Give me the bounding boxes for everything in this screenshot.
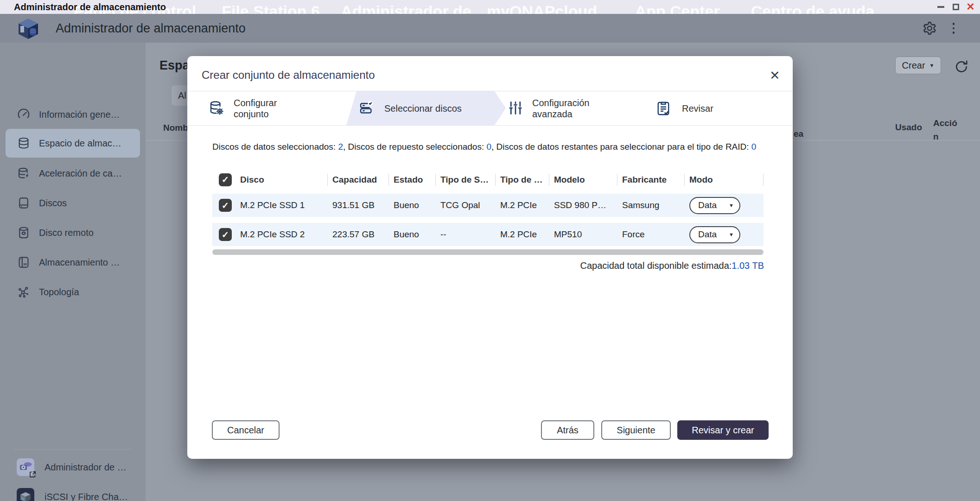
row-checkbox[interactable]: ✓ (219, 199, 232, 212)
column-header-modelo: Modelo (549, 171, 617, 189)
cell-fabricante: Force (617, 229, 685, 240)
row-checkbox[interactable]: ✓ (219, 228, 232, 241)
sidebar-item-disco-remoto[interactable]: Disco remoto (6, 218, 140, 247)
cell-capacidad: 223.57 GB (328, 229, 389, 240)
cell-fabricante: Samsung (617, 200, 685, 210)
disk-row: ✓ M.2 PCIe SSD 2 223.57 GB Bueno -- M.2 … (212, 223, 764, 246)
external-link-icon (29, 471, 36, 478)
column-header-partial: ea (794, 129, 803, 139)
background-window-title: myQNAPcloud (487, 2, 597, 14)
sidebar-item-almacenamiento-externo[interactable]: Almacenamiento … (6, 248, 140, 277)
sidebar: Información gene… Espacio de almac… Acel… (0, 43, 146, 501)
maximize-icon[interactable] (951, 2, 961, 12)
background-window-title: App Center (635, 2, 719, 14)
mode-dropdown-value: Data (698, 200, 717, 210)
sidebar-item-aceleracion-cache[interactable]: Aceleración de ca… (6, 159, 140, 188)
step-label: Seleccionar discos (384, 103, 486, 114)
mode-dropdown-value: Data (698, 229, 717, 240)
background-window-title: Administrador de (341, 2, 471, 14)
cell-capacidad: 931.51 GB (328, 200, 389, 210)
sidebar-item-label: Disco remoto (39, 228, 94, 238)
cell-estado: Bueno (389, 200, 436, 210)
sidebar-item-espacio-almacenamiento[interactable]: Espacio de almac… (6, 129, 140, 158)
next-button[interactable]: Siguiente (601, 420, 671, 440)
kebab-menu-icon[interactable] (950, 21, 957, 36)
step-revisar[interactable]: Revisar (652, 91, 793, 125)
storage-manager-app-icon (17, 17, 40, 40)
sidebar-divider (14, 449, 132, 450)
cell-tipo: M.2 PCIe (496, 229, 549, 240)
sidebar-item-label: Espacio de almac… (39, 138, 121, 149)
snapshot-app-icon (17, 458, 34, 476)
step-label: Configurar conjunto (234, 97, 299, 120)
column-header-nombre: Nomb (163, 123, 188, 133)
topology-icon (17, 285, 31, 299)
column-header-accion: Acción (933, 116, 960, 143)
minimize-icon[interactable] (936, 2, 946, 12)
cache-acceleration-icon (17, 166, 31, 180)
disk-table: ✓ Disco Capacidad Estado Tipo de S… Tipo… (212, 171, 764, 255)
disk-table-header: ✓ Disco Capacidad Estado Tipo de S… Tipo… (212, 171, 764, 189)
cell-disco: M.2 PCIe SSD 2 (237, 229, 328, 240)
select-disks-icon (358, 100, 375, 116)
capacity-label: Capacidad total disponible estimada: (580, 260, 732, 271)
selection-summary: Discos de datos seleccionados: 2, Discos… (212, 140, 759, 154)
desktop-bar: Panel de control File Station 6 Administ… (0, 0, 980, 14)
caret-down-icon: ▼ (929, 63, 935, 68)
step-label: Revisar (682, 103, 738, 114)
column-header-disco: Disco (237, 171, 328, 189)
step-configuracion-avanzada[interactable]: Configuración avanzada (506, 91, 652, 125)
cell-modelo: MP510 (549, 229, 617, 240)
iscsi-app-icon (17, 488, 34, 501)
column-header-estado: Estado (389, 171, 436, 189)
cell-estado: Bueno (389, 229, 436, 240)
estimated-capacity: Capacidad total disponible estimada:1.03… (212, 260, 764, 271)
selected-spare-disks-count: 0 (486, 142, 491, 152)
review-and-create-button[interactable]: Revisar y crear (677, 420, 769, 440)
page-title: Espa (159, 58, 190, 73)
dialog-close-icon[interactable]: ✕ (768, 66, 782, 85)
dialog-title: Crear conjunto de almacenamiento (202, 69, 375, 82)
column-header-tipo-sed: Tipo de S… (436, 171, 496, 189)
close-window-icon[interactable]: ✕ (966, 2, 975, 12)
create-button-label: Crear (902, 60, 925, 71)
back-button[interactable]: Atrás (541, 420, 594, 440)
cell-tipo-sed: TCG Opal (436, 200, 496, 210)
cell-tipo-sed: -- (436, 229, 496, 240)
column-header-fabricante: Fabricante (617, 171, 685, 189)
column-header-capacidad: Capacidad (328, 171, 389, 189)
step-configurar-conjunto[interactable]: Configurar conjunto (187, 91, 346, 125)
create-button[interactable]: Crear ▼ (895, 57, 941, 74)
mode-dropdown[interactable]: Data ▼ (689, 226, 740, 243)
window-controls: ✕ (936, 1, 975, 13)
caret-down-icon: ▼ (729, 232, 734, 237)
sidebar-app-iscsi-fibre-channel[interactable]: iSCSI y Fibre Cha… (6, 484, 140, 501)
column-header-usado: Usado (895, 122, 922, 133)
caret-down-icon: ▼ (729, 203, 734, 208)
cell-modelo: SSD 980 P… (549, 200, 617, 210)
column-header-tipo: Tipo de … (496, 171, 549, 189)
remote-disk-icon (17, 226, 31, 240)
horizontal-scrollbar[interactable] (212, 249, 764, 255)
divider (187, 125, 793, 126)
cancel-button[interactable]: Cancelar (212, 420, 280, 440)
column-header-modo: Modo (685, 171, 764, 189)
sidebar-app-label: iSCSI y Fibre Cha… (45, 492, 128, 501)
sidebar-item-topologia[interactable]: Topología (6, 278, 140, 306)
sidebar-item-discos[interactable]: Discos (6, 189, 140, 217)
sidebar-item-label: Información gene… (39, 109, 120, 120)
sidebar-app-administrador-snapshots[interactable]: Administrador de … (6, 454, 140, 480)
sidebar-item-label: Aceleración de ca… (39, 168, 122, 179)
sidebar-item-label: Discos (39, 198, 67, 209)
gear-icon[interactable] (921, 20, 937, 37)
select-all-checkbox[interactable]: ✓ (219, 173, 232, 186)
mode-dropdown[interactable]: Data ▼ (689, 197, 740, 214)
disk-icon (17, 196, 31, 210)
advanced-settings-icon (507, 100, 524, 116)
sidebar-item-informacion-general[interactable]: Información gene… (6, 100, 140, 129)
step-seleccionar-discos[interactable]: Seleccionar discos (346, 91, 506, 125)
create-storage-pool-dialog: Crear conjunto de almacenamiento ✕ Confi… (187, 56, 793, 459)
step-label: Configuración avanzada (532, 97, 611, 120)
app-title: Administrador de almacenamiento (56, 14, 246, 43)
refresh-icon[interactable] (954, 59, 969, 74)
